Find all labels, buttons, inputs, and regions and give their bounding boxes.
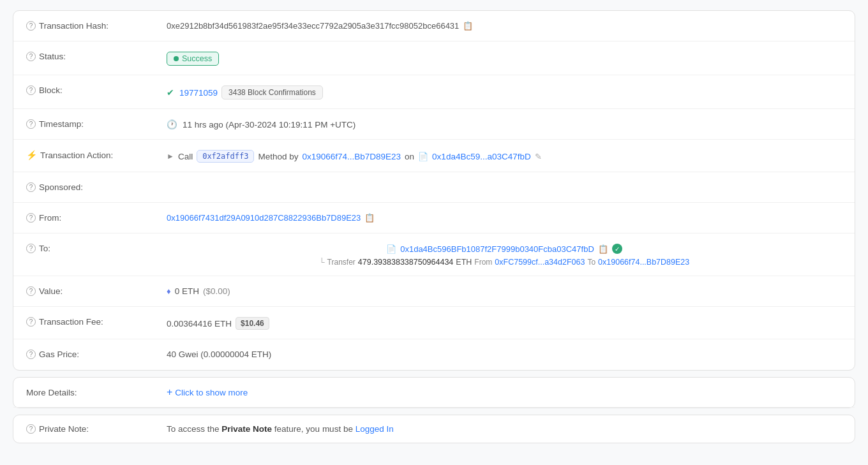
to-label: To:	[39, 244, 50, 253]
clock-icon: 🕐	[167, 119, 177, 129]
more-details-card: More Details: + Click to show more	[13, 377, 855, 408]
timestamp-label-col: ? Timestamp:	[26, 118, 167, 129]
to-verified-icon: ✓	[612, 244, 622, 254]
sponsored-value-col	[167, 181, 842, 182]
hash-info-icon[interactable]: ?	[26, 21, 36, 31]
private-note-info-icon[interactable]: ?	[26, 424, 36, 434]
timestamp-value: 11 hrs ago (Apr-30-2024 10:19:11 PM +UTC…	[183, 120, 355, 129]
private-note-text-col: To access the Private Note feature, you …	[167, 424, 394, 434]
eth-icon: ♦	[167, 286, 171, 296]
block-label-col: ? Block:	[26, 84, 167, 95]
fee-label: Transaction Fee:	[39, 317, 103, 327]
value-info-icon[interactable]: ?	[26, 286, 36, 296]
show-more-text: Click to show more	[175, 388, 248, 397]
action-contract-link[interactable]: 0x1da4Bc59...a03C47fbD	[432, 152, 531, 161]
action-from-link[interactable]: 0x19066f74...Bb7D89E23	[302, 152, 401, 161]
show-more-col: + Click to show more	[167, 387, 248, 398]
gas-label-col: ? Gas Price:	[26, 348, 167, 359]
gas-label: Gas Price:	[39, 350, 79, 359]
more-details-label: More Details:	[26, 388, 167, 397]
value-label: Value:	[39, 286, 63, 296]
gas-value: 40 Gwei (0.00000004 ETH)	[167, 350, 271, 359]
status-label-col: ? Status:	[26, 50, 167, 61]
fee-usd-badge: $10.46	[236, 317, 269, 330]
row-timestamp: ? Timestamp: 🕐 11 hrs ago (Apr-30-2024 1…	[13, 109, 855, 140]
block-confirmations-badge: 3438 Block Confirmations	[221, 85, 323, 100]
from-label-col: ? From:	[26, 212, 167, 223]
transfer-to-addr-link[interactable]: 0x19066f74...Bb7D89E23	[598, 258, 689, 267]
hash-copy-icon[interactable]: 📋	[463, 21, 473, 31]
timestamp-value-col: 🕐 11 hrs ago (Apr-30-2024 10:19:11 PM +U…	[167, 118, 842, 129]
sponsored-label: Sponsored:	[39, 182, 83, 192]
row-gas: ? Gas Price: 40 Gwei (0.00000004 ETH)	[13, 339, 855, 370]
transfer-branch-icon: └	[319, 258, 325, 267]
from-copy-icon[interactable]: 📋	[364, 213, 375, 223]
value-label-col: ? Value:	[26, 285, 167, 296]
action-method-text: Method by	[258, 152, 298, 161]
private-note-feature: Private Note	[221, 424, 272, 434]
fee-value-col: 0.00364416 ETH $10.46	[167, 316, 842, 330]
private-note-card: ? Private Note: To access the Private No…	[13, 415, 855, 443]
transaction-card: ? Transaction Hash: 0xe2912b8bf34d561983…	[13, 10, 855, 371]
lightning-icon: ⚡	[26, 150, 37, 160]
transfer-amount: 479.393838338750964434	[358, 258, 453, 267]
to-info-icon[interactable]: ?	[26, 244, 36, 253]
hash-value: 0xe2912b8bf34d561983f2ae95f34e33ecc7792a…	[167, 21, 459, 31]
private-note-middle: feature, you must be	[272, 424, 355, 434]
private-note-label-col: ? Private Note:	[26, 424, 167, 434]
transfer-unit: ETH	[456, 258, 472, 267]
row-from: ? From: 0x19066f7431df29A0910d287C882293…	[13, 203, 855, 233]
logged-in-link[interactable]: Logged In	[355, 424, 394, 434]
fee-eth: 0.00364416 ETH	[167, 319, 232, 328]
from-address-link[interactable]: 0x19066f7431df29A0910d287C8822936Bb7D89E…	[167, 213, 361, 223]
to-address-row: 📄 0x1da4Bc596BFb1087f2F7999b0340Fcba03C4…	[386, 244, 622, 254]
call-arrow: ►	[167, 152, 174, 161]
transfer-to-label: To	[587, 258, 595, 267]
from-info-icon[interactable]: ?	[26, 213, 36, 223]
block-number-link[interactable]: 19771059	[179, 88, 218, 98]
transfer-from-label: From	[474, 258, 492, 267]
row-hash: ? Transaction Hash: 0xe2912b8bf34d561983…	[13, 11, 855, 41]
to-copy-icon[interactable]: 📋	[598, 244, 608, 254]
transfer-from-addr-link[interactable]: 0xFC7599cf...a34d2F063	[495, 258, 585, 267]
block-value-col: ✔ 19771059 3438 Block Confirmations	[167, 84, 842, 100]
row-fee: ? Transaction Fee: 0.00364416 ETH $10.46	[13, 307, 855, 339]
fee-info-icon[interactable]: ?	[26, 317, 36, 327]
action-method-badge: 0xf2afdff3	[197, 150, 254, 163]
action-label: Transaction Action:	[40, 151, 113, 160]
gas-info-icon[interactable]: ?	[26, 350, 36, 359]
from-value-col: 0x19066f7431df29A0910d287C8822936Bb7D89E…	[167, 212, 842, 223]
sponsored-info-icon[interactable]: ?	[26, 182, 36, 192]
row-sponsored: ? Sponsored:	[13, 172, 855, 203]
hash-label-col: ? Transaction Hash:	[26, 20, 167, 31]
plus-icon: +	[167, 387, 172, 398]
row-value: ? Value: ♦ 0 ETH ($0.00)	[13, 276, 855, 307]
row-action: ⚡ Transaction Action: ► Call 0xf2afdff3 …	[13, 140, 855, 172]
private-note-prefix: To access the	[167, 424, 221, 434]
value-eth: 0 ETH	[175, 286, 199, 296]
to-address-link[interactable]: 0x1da4Bc596BFb1087f2F7999b0340Fcba03C47f…	[400, 244, 594, 254]
status-info-icon[interactable]: ?	[26, 52, 36, 61]
to-value-col: 📄 0x1da4Bc596BFb1087f2F7999b0340Fcba03C4…	[167, 242, 842, 267]
row-block: ? Block: ✔ 19771059 3438 Block Confirmat…	[13, 75, 855, 109]
row-to: ? To: 📄 0x1da4Bc596BFb1087f2F7999b0340Fc…	[13, 233, 855, 276]
success-dot	[174, 56, 179, 61]
status-value-col: Success	[167, 50, 842, 66]
to-label-col: ? To:	[26, 242, 167, 253]
more-details-row: More Details: + Click to show more	[13, 378, 855, 408]
timestamp-info-icon[interactable]: ?	[26, 119, 36, 129]
to-contract-icon: 📄	[386, 244, 396, 254]
hash-value-col: 0xe2912b8bf34d561983f2ae95f34e33ecc7792a…	[167, 20, 842, 31]
hash-label: Transaction Hash:	[39, 21, 108, 31]
action-edit-icon[interactable]: ✎	[535, 152, 542, 161]
timestamp-label: Timestamp:	[39, 119, 84, 129]
private-note-row: ? Private Note: To access the Private No…	[13, 415, 855, 443]
transfer-label: Transfer	[327, 258, 355, 267]
block-label: Block:	[39, 85, 63, 95]
status-badge: Success	[167, 52, 219, 66]
block-info-icon[interactable]: ?	[26, 85, 36, 95]
action-contract-doc-icon: 📄	[418, 152, 428, 161]
show-more-link[interactable]: + Click to show more	[167, 387, 248, 398]
action-label-col: ⚡ Transaction Action:	[26, 149, 167, 160]
action-on-text: on	[405, 152, 414, 161]
